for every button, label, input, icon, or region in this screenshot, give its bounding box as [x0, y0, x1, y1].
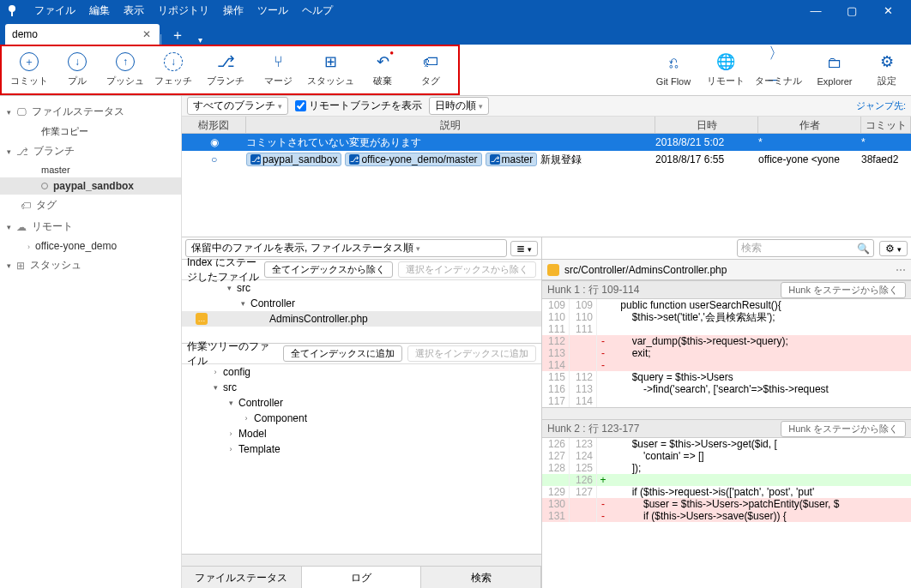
- diff-line[interactable]: 127124 'contain' => []: [542, 450, 911, 462]
- horizontal-scrollbar[interactable]: [182, 554, 541, 566]
- unstage-hunk-button[interactable]: Hunk をステージから除く: [781, 282, 906, 298]
- diff-line[interactable]: 109109 public function userSearchResult(…: [542, 299, 911, 311]
- header-date[interactable]: 日時: [655, 117, 758, 133]
- order-select[interactable]: 日時の順▾: [429, 97, 489, 115]
- menu-file[interactable]: ファイル: [27, 2, 82, 20]
- window-minimize-button[interactable]: —: [798, 4, 834, 17]
- header-commit[interactable]: コミット: [861, 117, 911, 133]
- diff-file-menu-button[interactable]: ⋯: [896, 264, 906, 276]
- tab-filestatus[interactable]: ファイルステータス: [182, 567, 302, 588]
- tab-log[interactable]: ログ: [302, 567, 422, 588]
- branch-filter-select[interactable]: すべてのブランチ▾: [187, 97, 288, 115]
- up-arrow-icon: ↑: [116, 52, 135, 71]
- diff-body[interactable]: Hunk 1 : 行 109-114 Hunk をステージから除く 109109…: [542, 280, 911, 588]
- branch-chip[interactable]: ⎇master: [486, 153, 538, 166]
- down-arrow-icon: ↓: [68, 52, 87, 71]
- settings-button[interactable]: ⚙設定: [863, 45, 911, 95]
- svg-rect-1: [11, 11, 13, 16]
- commit-row[interactable]: ○ ⎇paypal_sandbox ⎇office-yone_demo/mast…: [182, 151, 911, 168]
- repo-tab[interactable]: ✕: [5, 24, 160, 45]
- staged-tree[interactable]: ▾src ▾Controller …AdminsController.php: [182, 280, 541, 327]
- sidebar-item-workingcopy[interactable]: 作業コピー: [0, 123, 181, 141]
- diff-line[interactable]: 131- if ($this->Users->save($user)) {: [542, 510, 911, 522]
- header-graph[interactable]: 樹形図: [182, 117, 246, 133]
- menu-action[interactable]: 操作: [216, 2, 250, 20]
- diff-line[interactable]: 128125 ]);: [542, 462, 911, 474]
- stash-button[interactable]: ⊞スタッシュ: [302, 48, 359, 92]
- diff-line[interactable]: 117114: [542, 395, 911, 407]
- show-remote-checkbox[interactable]: リモートブランチを表示: [295, 99, 422, 113]
- remote-button[interactable]: 🌐リモート: [702, 45, 750, 95]
- current-branch-dot-icon: [41, 183, 48, 189]
- sidebar-filestatus-header[interactable]: ▾🖵ファイルステータス: [0, 101, 181, 123]
- tag-button[interactable]: 🏷タグ: [407, 48, 455, 92]
- explorer-button[interactable]: 🗀Explorer: [806, 45, 863, 95]
- menu-tool[interactable]: ツール: [250, 2, 295, 20]
- fetch-icon: ↓: [164, 52, 183, 71]
- view-mode-button[interactable]: ≣ ▾: [510, 241, 538, 256]
- working-tree[interactable]: ›config ▾src ▾Controller ›Component ›Mod…: [182, 364, 541, 554]
- sidebar-item-remote[interactable]: ›office-yone_demo: [0, 237, 181, 255]
- stash-icon: ⊞: [321, 52, 340, 71]
- diff-line[interactable]: 113- exit;: [542, 347, 911, 359]
- merge-button[interactable]: ⑂マージ: [254, 48, 302, 92]
- discard-button[interactable]: ↶●破棄: [359, 48, 407, 92]
- diff-line[interactable]: 114-: [542, 359, 911, 371]
- diff-line[interactable]: 126+: [542, 474, 911, 486]
- commit-graph[interactable]: ◉ コミットされていない変更があります 2018/8/21 5:02 * * ○…: [182, 134, 911, 237]
- new-tab-button[interactable]: ＋: [162, 27, 193, 45]
- diff-line[interactable]: 111111: [542, 323, 911, 335]
- stage-all-button[interactable]: 全てインデックスに追加: [283, 345, 402, 362]
- plus-icon: ＋: [20, 52, 39, 71]
- header-desc[interactable]: 説明: [246, 117, 655, 133]
- sidebar-tags-header[interactable]: 🏷タグ: [0, 195, 181, 216]
- toolbar: ＋コミット ↓プル ↑プッシュ ↓フェッチ ⎇ブランチ ⑂マージ ⊞スタッシュ …: [0, 45, 911, 96]
- branch-chip[interactable]: ⎇paypal_sandbox: [246, 153, 341, 166]
- diff-line[interactable]: 129127 if ($this->request->is(['patch', …: [542, 486, 911, 498]
- commit-row[interactable]: ◉ コミットされていない変更があります 2018/8/21 5:02 * *: [182, 134, 911, 151]
- menu-help[interactable]: ヘルプ: [295, 2, 340, 20]
- diff-settings-button[interactable]: ⚙ ▾: [879, 241, 908, 256]
- diff-line[interactable]: 115112 $query = $this->Users: [542, 371, 911, 383]
- gitflow-button[interactable]: ⎌Git Flow: [645, 45, 702, 95]
- sidebar-item-master[interactable]: master: [0, 162, 181, 177]
- menu-edit[interactable]: 編集: [82, 2, 117, 20]
- pull-button[interactable]: ↓プル: [53, 48, 101, 92]
- stage-selection-button[interactable]: 選択をインデックスに追加: [407, 345, 536, 362]
- window-maximize-button[interactable]: ▢: [834, 4, 870, 17]
- tab-close-icon[interactable]: ✕: [141, 28, 153, 40]
- unstage-hunk-button[interactable]: Hunk をステージから除く: [781, 421, 906, 437]
- menubar: ファイル 編集 表示 リポジトリ 操作 ツール ヘルプ — ▢ ✕: [0, 0, 911, 21]
- tab-more-button[interactable]: ▾: [193, 35, 208, 45]
- staged-file-item[interactable]: …AdminsController.php: [182, 311, 541, 327]
- diff-line[interactable]: 110110 $this->set('title','会員検索結果');: [542, 311, 911, 323]
- unstage-all-button[interactable]: 全てインデックスから除く: [264, 261, 393, 278]
- terminal-button[interactable]: 〉_ターミナル: [750, 45, 806, 95]
- jump-to-label[interactable]: ジャンプ先:: [856, 99, 906, 112]
- terminal-icon: 〉_: [769, 52, 787, 71]
- diff-search-input[interactable]: 検索🔍: [737, 239, 874, 257]
- diff-line[interactable]: 130- $user = $this->Users->patchEntity($…: [542, 498, 911, 510]
- branch-button[interactable]: ⎇ブランチ: [197, 48, 254, 92]
- fetch-button[interactable]: ↓フェッチ: [149, 48, 197, 92]
- repo-tab-input[interactable]: [12, 28, 141, 40]
- sidebar-branches-header[interactable]: ▾⎇ブランチ: [0, 141, 181, 162]
- commit-button[interactable]: ＋コミット: [5, 48, 53, 92]
- horizontal-scrollbar[interactable]: [542, 407, 911, 419]
- search-icon: 🔍: [857, 243, 870, 255]
- sidebar-stashes-header[interactable]: ▾⊞スタッシュ: [0, 255, 181, 276]
- tab-search[interactable]: 検索: [421, 567, 541, 588]
- push-button[interactable]: ↑プッシュ: [101, 48, 149, 92]
- chevron-down-icon: ▾: [7, 108, 11, 117]
- sidebar-remotes-header[interactable]: ▾☁リモート: [0, 216, 181, 237]
- diff-line[interactable]: 126123 $user = $this->Users->get($id, [: [542, 438, 911, 450]
- unstage-selection-button[interactable]: 選択をインデックスから除く: [398, 261, 536, 278]
- menu-view[interactable]: 表示: [117, 2, 151, 20]
- window-close-button[interactable]: ✕: [870, 4, 906, 17]
- sidebar-item-paypal-sandbox[interactable]: paypal_sandbox: [0, 177, 181, 195]
- header-author[interactable]: 作者: [758, 117, 861, 133]
- menu-repo[interactable]: リポジトリ: [151, 2, 216, 20]
- diff-line[interactable]: 116113 ->find('search', ['search'=>$this…: [542, 383, 911, 395]
- diff-line[interactable]: 112- var_dump($this->request->query);: [542, 335, 911, 347]
- branch-chip[interactable]: ⎇office-yone_demo/master: [345, 153, 481, 166]
